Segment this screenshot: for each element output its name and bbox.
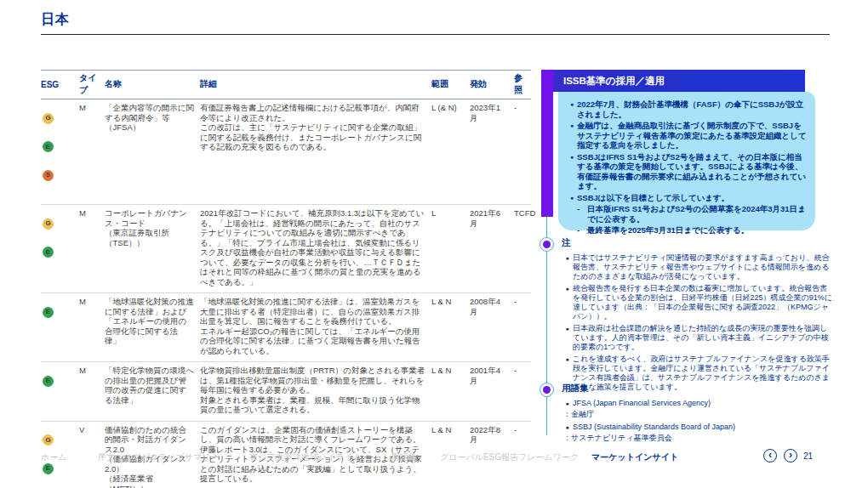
bullet-dot-icon: ● [567, 193, 577, 203]
glossary-heading: 用語集 [562, 383, 834, 394]
purple-accent-bar [541, 70, 553, 217]
bullet-dot-icon: ● [567, 121, 577, 150]
chevron-right-icon: › [789, 449, 792, 461]
name-cell: 「地球温暖化対策の推進に関する法律」および「エネルギーの使用の合理化等に関する法… [105, 293, 200, 362]
name-cell: 「特定化学物質の環境への排出量の把握及び管理の改善の促進に関する法律」 [105, 362, 200, 422]
detail-cell: 化学物質排出移動量届出制度（PRTR）の対象とされる事業者は、第1種指定化学物質… [200, 362, 431, 422]
effective-cell: 2021年6月 [470, 205, 514, 293]
highlight-bullet: ●SSBJは以下を目標として示しています。 [567, 193, 807, 203]
name-cell: コーポレートガバナンス・コード （東京証券取引所（TSE）） [105, 205, 200, 293]
esg-badge-g: G [43, 113, 54, 124]
effective-cell: 2001年4月 [470, 362, 514, 422]
glossary-section: 用語集 ●JFSA (Japan Financial Services Agen… [562, 383, 834, 446]
glossary-term: ●JFSA (Japan Financial Services Agency) [562, 399, 834, 408]
highlight-bullet: ●2022年7月、財務会計基準機構（FASF）の傘下にSSBJが設立されました。 [567, 99, 807, 119]
esg-badge-e: E [43, 141, 54, 152]
bullet-dot-icon: ● [562, 253, 573, 281]
type-cell: M [79, 205, 105, 293]
detail-cell: 2021年改訂コードにおいて、補充原則3.1.3は以下を定めている。「上場会社は… [200, 205, 431, 293]
scope-cell: L (& N) [431, 99, 470, 205]
bullet-dot-icon: ● [562, 399, 573, 408]
timeline-marker-icon [540, 237, 554, 252]
esg-badges: E [41, 362, 79, 422]
nav-item-market-insight[interactable]: マーケットインサイト [591, 451, 678, 463]
col-header-type: タイプ [79, 71, 105, 99]
table-row: E M 「特定化学物質の環境への排出量の把握及び管理の改善の促進に関する法律」 … [41, 362, 531, 422]
esg-badges: E [41, 293, 79, 362]
glossary-definition: ：金融庁 [563, 410, 834, 419]
bottom-nav: ホーム 序文 エグゼクティブサマリー アジア太平洋地域ハイライト 用語集 グロー… [0, 451, 868, 468]
nav-item-home[interactable]: ホーム [41, 451, 66, 463]
page-number: 21 [803, 451, 813, 461]
bullet-dot-icon: ● [562, 423, 573, 432]
note-bullet: ●統合報告書を発行する日本企業の数は着実に増加しています。統合報告書を発行してい… [562, 284, 834, 321]
scope-cell: L [431, 205, 470, 293]
regulations-table: ESG タイプ 名称 詳細 範囲 発効 参照 G E S M 「企業内容等の開示… [41, 70, 531, 488]
table-row: G E S M 「企業内容等の開示に関する内閣府令」等 （JFSA） 有価証券報… [41, 99, 531, 205]
dash-icon: - [577, 225, 587, 235]
bullet-dot-icon: ● [562, 284, 573, 321]
scope-cell: L & N [431, 362, 470, 422]
timeline-marker-icon [540, 383, 554, 397]
esg-badge-s: S [43, 170, 54, 181]
table-row: E M 「地球温暖化対策の推進に関する法律」および「エネルギーの使用の合理化等に… [41, 293, 531, 362]
glossary-term: ●SSBJ (Sustainability Standards Board of… [562, 423, 834, 432]
table-header-row: ESG タイプ 名称 詳細 範囲 発効 参照 [41, 71, 531, 99]
name-cell: 「企業内容等の開示に関する内閣府令」等 （JFSA） [105, 99, 200, 205]
reference-cell: - [514, 99, 531, 205]
esg-badge-e: E [43, 376, 54, 387]
chevron-left-icon: ‹ [768, 449, 772, 461]
esg-badge-g: G [43, 434, 54, 445]
bullet-dot-icon: ● [567, 152, 577, 191]
highlight-sub-bullet: -日本版IFRS S1号およびS2号の公開草案を2024年3月31日までに公表す… [577, 204, 807, 224]
detail-cell: 有価証券報告書上の記述情報欄における記載事項が、内閣府令等により改正された。 こ… [200, 99, 431, 205]
issb-highlight-box: ●2022年7月、財務会計基準機構（FASF）の傘下にSSBJが設立されました。… [558, 92, 815, 230]
nav-item-global-esg-framework[interactable]: グローバルESG報告フレームワーク [440, 451, 579, 463]
highlight-sub-bullet: -最終基準を2025年3月31日までに公表する。 [577, 225, 807, 235]
reference-cell: TCFD [514, 205, 531, 293]
col-header-effective: 発効 [470, 71, 514, 99]
reference-cell: - [514, 362, 531, 422]
col-header-esg: ESG [41, 71, 79, 99]
nav-item-glossary[interactable]: 用語集 [391, 451, 417, 463]
col-header-detail: 詳細 [200, 71, 431, 99]
effective-cell: 2023年1月 [470, 99, 514, 205]
type-cell: M [79, 362, 105, 422]
next-page-button[interactable]: › [784, 449, 797, 462]
nav-item-executive-summary[interactable]: エグゼクティブサマリー [123, 451, 219, 463]
bullet-dot-icon: ● [567, 99, 577, 119]
effective-cell: 2008年4月 [470, 293, 514, 362]
nav-item-preface[interactable]: 序文 [98, 451, 115, 463]
esg-badge-g: G [43, 218, 54, 230]
esg-badge-e: E [43, 307, 54, 318]
prev-page-button[interactable]: ‹ [763, 449, 777, 462]
nav-item-apac-highlights[interactable]: アジア太平洋地域ハイライト [249, 451, 362, 463]
bullet-dot-icon: ● [562, 324, 573, 352]
dash-icon: - [577, 204, 587, 224]
scope-cell: L & N [431, 293, 470, 362]
detail-cell: 「地球温暖化対策の推進に関する法律」は、温室効果ガスを大量に排出する者（特定排出… [200, 293, 431, 362]
note-heading: 注 [562, 237, 834, 249]
esg-badges: G E S [41, 99, 79, 205]
col-header-scope: 範囲 [431, 71, 470, 99]
glossary-definition: ：サステナビリティ基準委員会 [563, 434, 834, 443]
col-header-name: 名称 [105, 71, 200, 99]
type-cell: M [79, 99, 105, 205]
type-cell: M [79, 293, 105, 362]
note-bullet: ●日本ではサステナビリティ関連情報の要求がますます高まっており、統合報告書、サス… [562, 253, 834, 281]
page-title: 日本 [41, 11, 70, 29]
issb-panel-header: ISSB基準の採用／適用 [553, 70, 805, 92]
esg-badges: G E [41, 205, 79, 293]
highlight-bullet: ●金融庁は、金融商品取引法に基づく開示制度の下で、SSBJをサステナビリティ報告… [567, 121, 807, 150]
table-row: G E M コーポレートガバナンス・コード （東京証券取引所（TSE）） 202… [41, 205, 531, 293]
col-header-reference: 参照 [514, 71, 531, 99]
reference-cell: - [514, 293, 531, 362]
title-divider [41, 34, 830, 35]
highlight-bullet: ●SSBJはIFRS S1号およびS2号を踏まえて、その日本版に相当する基準の策… [567, 152, 807, 191]
esg-badge-e: E [43, 247, 54, 258]
note-bullet: ●日本政府は社会課題の解決を通じた持続的な成長の実現の重要性を強調しています。人… [562, 324, 834, 352]
note-section: 注 ●日本ではサステナビリティ関連情報の要求がますます高まっており、統合報告書、… [562, 237, 834, 394]
